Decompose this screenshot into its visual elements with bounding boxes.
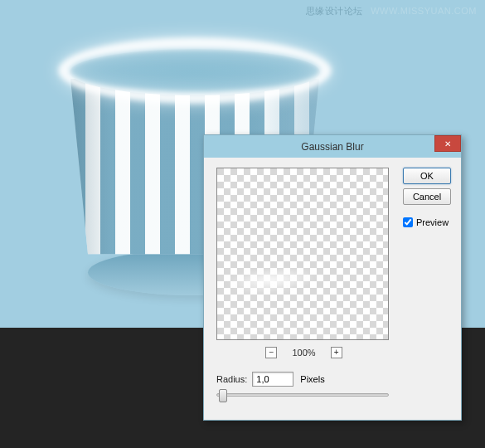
ok-button-label: OK (420, 171, 434, 181)
preview-checkbox-label: Preview (416, 217, 449, 227)
dialog-buttons-column: OK Cancel Preview (403, 168, 451, 397)
cancel-button[interactable]: Cancel (403, 188, 451, 205)
radius-slider[interactable] (216, 393, 389, 397)
ok-button[interactable]: OK (403, 168, 451, 184)
dialog-titlebar[interactable]: Gaussian Blur ✕ (204, 135, 461, 158)
radius-unit: Pixels (300, 374, 324, 384)
radius-label: Radius: (216, 374, 247, 384)
cup-rim (58, 37, 332, 104)
cancel-button-label: Cancel (413, 192, 441, 202)
preview-content (225, 264, 318, 296)
radius-row: Radius: Pixels (216, 372, 391, 387)
minus-icon: − (269, 348, 274, 357)
watermark-url: WWW.MISSYUAN.COM (371, 6, 477, 16)
preview-box[interactable] (216, 168, 389, 340)
watermark-cn: 思缘设计论坛 (306, 6, 363, 16)
zoom-level: 100% (292, 348, 315, 358)
dialog-title: Gaussian Blur (301, 141, 363, 153)
zoom-controls: − 100% + (216, 347, 391, 358)
zoom-in-button[interactable]: + (331, 347, 342, 358)
slider-thumb[interactable] (219, 389, 227, 402)
preview-checkbox[interactable] (403, 217, 413, 227)
zoom-out-button[interactable]: − (265, 347, 277, 358)
preview-checkbox-row[interactable]: Preview (403, 217, 451, 227)
watermark: 思缘设计论坛 WWW.MISSYUAN.COM (306, 5, 477, 17)
cup-shade-left (70, 79, 112, 278)
gaussian-blur-dialog: Gaussian Blur ✕ − 100% + Radius: Pixels (203, 134, 462, 421)
close-button[interactable]: ✕ (434, 135, 461, 152)
dialog-body: − 100% + Radius: Pixels OK Cancel (204, 158, 461, 407)
radius-input[interactable] (252, 372, 293, 387)
close-icon: ✕ (444, 139, 451, 149)
preview-column: − 100% + Radius: Pixels (216, 168, 391, 397)
plus-icon: + (334, 348, 339, 357)
